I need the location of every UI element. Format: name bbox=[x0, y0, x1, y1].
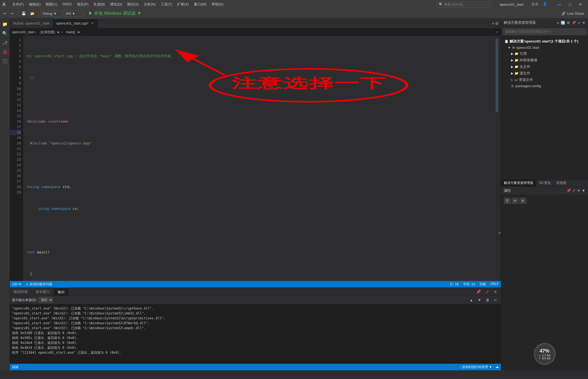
output-wrap-icon[interactable]: ↵ bbox=[492, 297, 499, 303]
prop-btn-list[interactable]: ☰ bbox=[504, 198, 511, 204]
tab-nuget[interactable]: NuGet: opencv01_start bbox=[10, 19, 53, 28]
sidebar-debug-icon[interactable]: 🐞 bbox=[1, 48, 9, 56]
tree-ref[interactable]: ▶ 📁 引用 bbox=[501, 50, 588, 57]
menu-file[interactable]: 文件(F) bbox=[10, 1, 26, 7]
bottom-pin-icon[interactable]: 📌 bbox=[474, 289, 482, 295]
menu-window[interactable]: 窗口(W) bbox=[192, 1, 209, 7]
maximize-button[interactable]: □ bbox=[565, 0, 575, 9]
ln-25: 25 bbox=[10, 168, 21, 173]
live-share-button[interactable]: 🔗 Live Share bbox=[559, 11, 586, 16]
properties-panel: ☰ ⟳ ⚙ bbox=[501, 195, 588, 338]
title-search-box[interactable]: 🔍 搜索 (Ctrl+Q) bbox=[436, 1, 491, 8]
tab-cpp[interactable]: opencv01_start.cpp* ✕ bbox=[53, 19, 98, 28]
tabs-settings-icon[interactable]: ⚙ bbox=[495, 21, 499, 26]
breadcrumb-fn[interactable]: main() bbox=[64, 30, 81, 34]
code-text-8b: using bbox=[38, 206, 49, 211]
menu-edit[interactable]: 编辑(E) bbox=[27, 1, 43, 7]
bottom-close-icon[interactable]: ✕ bbox=[492, 289, 499, 295]
tree-sources[interactable]: ▶ 📁 源文件 bbox=[501, 70, 588, 77]
right-panel-close[interactable]: ✕ bbox=[582, 21, 585, 25]
tab-cmd[interactable]: 命令窗口 bbox=[32, 288, 54, 296]
toolbar-undo[interactable]: ↩ bbox=[2, 11, 8, 16]
tree-packages-label: packages.config bbox=[515, 84, 541, 88]
tab-cpp-close[interactable]: ✕ bbox=[90, 21, 94, 26]
properties-expand-arrow[interactable]: ▼ bbox=[582, 189, 585, 193]
fold-1[interactable]: ▽ bbox=[27, 53, 29, 59]
breadcrumb-scope[interactable]: (全局范围) bbox=[38, 30, 60, 34]
ln-29: 29 bbox=[10, 190, 21, 195]
solution-search-input[interactable] bbox=[503, 29, 586, 35]
sidebar-explorer-icon[interactable]: 📁 bbox=[1, 20, 9, 28]
tree-project[interactable]: ▼ ⚙ opencv01 start bbox=[501, 45, 588, 50]
menu-git[interactable]: Git(G) bbox=[60, 1, 74, 7]
fold-10[interactable]: ▽ bbox=[27, 250, 29, 255]
properties-popout[interactable]: ⤢ bbox=[572, 189, 575, 193]
menu-help[interactable]: 帮助(H) bbox=[209, 1, 226, 7]
tree-packages[interactable]: 🗎 packages.config bbox=[501, 83, 588, 89]
right-panel-popout[interactable]: ⤢ bbox=[578, 21, 581, 25]
prop-btn-sort[interactable]: ⟳ bbox=[512, 198, 518, 204]
sidebar-git-icon[interactable]: ⎇ bbox=[1, 39, 9, 46]
login-button[interactable]: 登录 bbox=[531, 2, 538, 7]
output-up-icon[interactable]: ▲ bbox=[468, 297, 475, 303]
toolbar-sep-1 bbox=[17, 11, 18, 16]
right-tab-git[interactable]: Git 更改 bbox=[536, 180, 554, 186]
minimize-button[interactable]: — bbox=[554, 0, 565, 9]
toolbar-redo[interactable]: ↪ bbox=[9, 11, 15, 16]
breadcrumb-sep-1: › bbox=[35, 30, 36, 34]
config-dropdown[interactable]: Debug ▼ bbox=[41, 11, 63, 17]
tree-solution[interactable]: 📋 解决方案'opencv01 start'(1 个项目/共 1 个) bbox=[501, 38, 588, 45]
toolbar-save[interactable]: 💾 bbox=[20, 11, 27, 16]
output-source-select[interactable]: 调试 bbox=[38, 297, 53, 303]
tab-output[interactable]: 输出 bbox=[54, 288, 69, 296]
fold-7[interactable]: ▽ bbox=[27, 184, 29, 190]
editor-column: NuGet: opencv01_start opencv01_start.cpp… bbox=[10, 19, 501, 370]
prop-btn-settings[interactable]: ⚙ bbox=[519, 198, 526, 204]
properties-pin[interactable]: 📌 bbox=[566, 189, 571, 193]
menu-debug[interactable]: 调试(D) bbox=[108, 1, 124, 7]
menu-project[interactable]: 项目(P) bbox=[75, 1, 91, 7]
cloud-icon[interactable]: ☁ bbox=[495, 365, 499, 369]
source-control-btn[interactable]: ↑ 添加到源代码管理 ▼ bbox=[459, 365, 492, 369]
code-text-10d: () bbox=[45, 250, 50, 255]
code-text-8e: cv; bbox=[71, 206, 79, 211]
output-clear-icon[interactable]: 🗑 bbox=[484, 297, 491, 303]
run-button[interactable]: ▶ 本地 Windows 调试器 ▼ bbox=[87, 10, 143, 17]
right-tab-class[interactable]: 类视图 bbox=[554, 180, 569, 186]
solution-explorer-icon1[interactable]: ⎆ bbox=[557, 21, 559, 25]
tab-errors[interactable]: 错误列表 bbox=[10, 288, 32, 296]
sidebar-search-icon[interactable]: 🔍 bbox=[1, 29, 9, 37]
menu-extensions[interactable]: 扩展(X) bbox=[175, 1, 191, 7]
platform-dropdown[interactable]: x64 ▼ bbox=[64, 11, 83, 17]
menu-test[interactable]: 测试(S) bbox=[125, 1, 141, 7]
code-text-10a: int bbox=[29, 250, 35, 255]
tree-external[interactable]: ▶ 📁 外部依赖项 bbox=[501, 57, 588, 63]
code-line-10: ▽ int main() bbox=[27, 250, 495, 255]
menu-analyze[interactable]: 分析(N) bbox=[142, 1, 158, 7]
solution-explorer-icon2[interactable]: 🔄 bbox=[561, 21, 565, 25]
menu-build[interactable]: 生成(B) bbox=[91, 1, 107, 7]
sidebar-extensions-icon[interactable]: ⬛ bbox=[1, 57, 9, 65]
tabs-overflow-icon[interactable]: ≡ bbox=[492, 21, 494, 26]
window-controls: — □ ✕ bbox=[554, 0, 586, 9]
fold-4[interactable]: ▽ bbox=[27, 119, 29, 124]
tabs-end: ≡ ⚙ bbox=[492, 21, 501, 26]
menu-tools[interactable]: 工具(T) bbox=[158, 1, 174, 7]
ln-5: 5 bbox=[10, 59, 21, 64]
close-button[interactable]: ✕ bbox=[575, 0, 586, 9]
editor-scrollbar[interactable] bbox=[498, 36, 501, 281]
toolbar-open[interactable]: 📂 bbox=[29, 11, 36, 16]
code-content[interactable]: ▽ // opencv01_start.cpp : 此文件包含 "main" 函… bbox=[23, 36, 495, 281]
right-panel-pin[interactable]: 📌 bbox=[572, 21, 576, 25]
editor-add-btn[interactable]: ＋ bbox=[495, 30, 499, 34]
tree-headers[interactable]: ▶ 📁 头文件 bbox=[501, 63, 588, 70]
properties-close[interactable]: ✕ bbox=[577, 189, 580, 193]
output-down-icon[interactable]: ▼ bbox=[476, 297, 483, 303]
right-tab-solution[interactable]: 解决方案资源管理器 bbox=[501, 180, 536, 186]
solution-explorer-icon3[interactable]: ⚙ bbox=[567, 21, 570, 25]
minimap-thumb[interactable] bbox=[496, 39, 498, 112]
menu-view[interactable]: 视图(V) bbox=[43, 1, 59, 7]
bottom-popout-icon[interactable]: ⤢ bbox=[484, 289, 491, 295]
breadcrumb-project[interactable]: opencv01_start bbox=[12, 30, 34, 34]
tree-resources[interactable]: ▷ 🗂 资源文件 bbox=[501, 77, 588, 83]
